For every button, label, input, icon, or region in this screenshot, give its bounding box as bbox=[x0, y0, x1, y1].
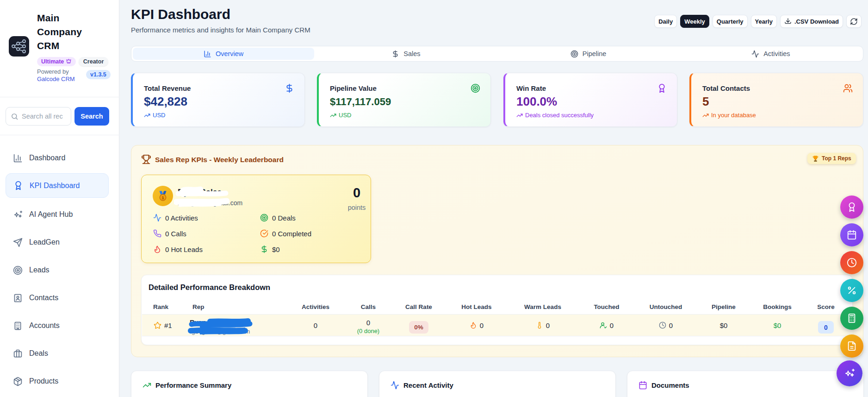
svg-text:1: 1 bbox=[161, 195, 164, 200]
